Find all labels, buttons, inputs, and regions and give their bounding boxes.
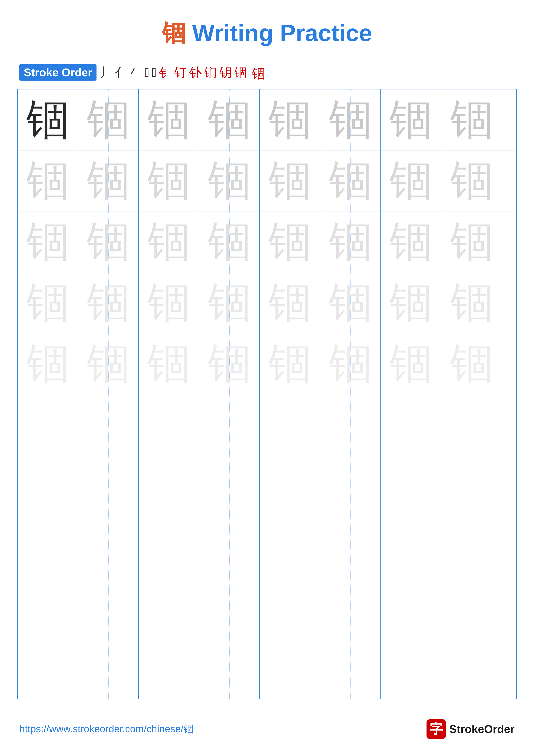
grid-cell-3-2: 锢 — [78, 211, 139, 272]
cell-char: 锢 — [329, 281, 372, 324]
cell-char: 锢 — [329, 98, 372, 141]
grid-cell-8-3 — [139, 516, 199, 577]
cell-char: 锢 — [268, 220, 312, 263]
grid-cell-8-7 — [381, 516, 441, 577]
grid-cell-4-3: 锢 — [139, 272, 199, 333]
cell-char: 锢 — [26, 220, 69, 263]
grid-cell-7-8 — [441, 455, 502, 516]
cell-char: 锢 — [390, 98, 433, 141]
grid-cell-10-5 — [260, 638, 320, 699]
grid-cell-6-5 — [260, 394, 320, 455]
cell-char: 锢 — [87, 281, 130, 324]
footer-logo: 字 StrokeOrder — [426, 719, 515, 739]
stroke-order-label: Stroke Order — [19, 64, 96, 81]
cell-char: 锢 — [26, 342, 69, 385]
grid-cell-2-5: 锢 — [260, 150, 320, 211]
grid-row-3: 锢 锢 锢 锢 锢 锢 锢 锢 — [18, 211, 516, 272]
grid-cell-5-2: 锢 — [78, 334, 139, 394]
grid-cell-3-7: 锢 — [381, 211, 441, 272]
grid-cell-10-3 — [139, 638, 199, 699]
cell-char: 锢 — [147, 98, 191, 141]
cell-char: 锢 — [450, 220, 493, 263]
grid-cell-3-8: 锢 — [441, 211, 502, 272]
grid-cell-7-6 — [320, 455, 381, 516]
title-english-text: Writing Practice — [186, 20, 372, 46]
grid-cell-5-3: 锢 — [139, 334, 199, 394]
stroke-1: 丿 — [98, 66, 113, 79]
grid-cell-7-3 — [139, 455, 199, 516]
grid-cell-1-5: 锢 — [260, 90, 320, 150]
cell-char: 锢 — [268, 342, 312, 385]
stroke-order-section: Stroke Order 丿 亻 𠂉 𠂇 𠄌 钅 钉 钋 钔 钥 锢 锢 — [19, 62, 515, 83]
grid-cell-1-1: 锢 — [18, 90, 78, 150]
grid-row-2: 锢 锢 锢 锢 锢 锢 锢 锢 — [18, 150, 516, 211]
stroke-sequence: 丿 亻 𠂉 𠂇 𠄌 钅 钉 钋 钔 钥 锢 — [98, 66, 248, 79]
grid-cell-3-5: 锢 — [260, 211, 320, 272]
stroke-6: 钅 — [158, 66, 173, 79]
stroke-10: 钥 — [218, 66, 233, 79]
grid-cell-6-4 — [199, 394, 260, 455]
grid-cell-5-4: 锢 — [199, 334, 260, 394]
grid-row-10 — [18, 638, 516, 699]
grid-cell-9-3 — [139, 577, 199, 638]
cell-char: 锢 — [87, 159, 130, 202]
grid-cell-2-8: 锢 — [441, 150, 502, 211]
cell-char: 锢 — [450, 98, 493, 141]
stroke-3: 𠂉 — [128, 66, 143, 79]
cell-char: 锢 — [450, 159, 493, 202]
grid-cell-5-6: 锢 — [320, 334, 381, 394]
grid-cell-1-3: 锢 — [139, 90, 199, 150]
grid-cell-8-5 — [260, 516, 320, 577]
grid-cell-4-6: 锢 — [320, 272, 381, 333]
grid-cell-5-1: 锢 — [18, 334, 78, 394]
grid-cell-4-4: 锢 — [199, 272, 260, 333]
footer-url[interactable]: https://www.strokeorder.com/chinese/锢 — [19, 722, 193, 736]
stroke-8: 钋 — [188, 66, 203, 79]
cell-char: 锢 — [208, 281, 251, 324]
grid-row-5: 锢 锢 锢 锢 锢 锢 锢 锢 — [18, 334, 516, 394]
grid-cell-3-4: 锢 — [199, 211, 260, 272]
grid-cell-9-4 — [199, 577, 260, 638]
cell-char: 锢 — [390, 220, 433, 263]
grid-cell-4-5: 锢 — [260, 272, 320, 333]
cell-char: 锢 — [208, 220, 251, 263]
stroke-11: 锢 — [233, 66, 248, 79]
grid-cell-7-5 — [260, 455, 320, 516]
grid-cell-8-8 — [441, 516, 502, 577]
grid-cell-10-8 — [441, 638, 502, 699]
cell-char: 锢 — [329, 220, 372, 263]
page-title: 锢 Writing Practice — [0, 0, 534, 49]
cell-char: 锢 — [147, 159, 191, 202]
stroke-5: 𠄌 — [151, 66, 158, 79]
grid-cell-10-2 — [78, 638, 139, 699]
grid-cell-5-8: 锢 — [441, 334, 502, 394]
grid-row-7 — [18, 455, 516, 516]
grid-cell-2-1: 锢 — [18, 150, 78, 211]
cell-char: 锢 — [450, 342, 493, 385]
grid-cell-2-2: 锢 — [78, 150, 139, 211]
grid-cell-9-2 — [78, 577, 139, 638]
grid-cell-10-7 — [381, 638, 441, 699]
cell-char: 锢 — [390, 159, 433, 202]
cell-char: 锢 — [329, 342, 372, 385]
grid-cell-1-6: 锢 — [320, 90, 381, 150]
grid-cell-5-7: 锢 — [381, 334, 441, 394]
grid-cell-8-1 — [18, 516, 78, 577]
grid-row-8 — [18, 516, 516, 577]
grid-cell-9-7 — [381, 577, 441, 638]
grid-cell-7-2 — [78, 455, 139, 516]
grid-cell-8-4 — [199, 516, 260, 577]
cell-char: 锢 — [390, 342, 433, 385]
grid-cell-1-8: 锢 — [441, 90, 502, 150]
grid-cell-10-1 — [18, 638, 78, 699]
cell-char: 锢 — [329, 159, 372, 202]
grid-cell-7-4 — [199, 455, 260, 516]
grid-cell-6-8 — [441, 394, 502, 455]
cell-char: 锢 — [208, 159, 251, 202]
grid-row-6 — [18, 394, 516, 455]
cell-char: 锢 — [26, 98, 69, 141]
cell-char: 锢 — [268, 159, 312, 202]
grid-cell-6-7 — [381, 394, 441, 455]
cell-char: 锢 — [208, 342, 251, 385]
cell-char: 锢 — [268, 98, 312, 141]
